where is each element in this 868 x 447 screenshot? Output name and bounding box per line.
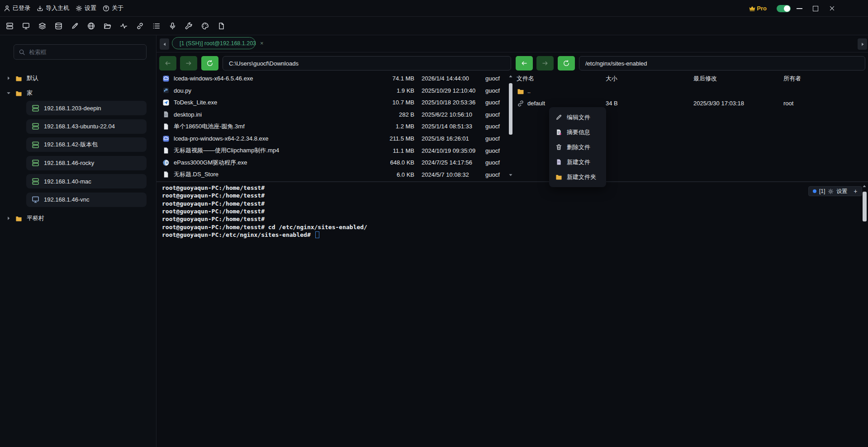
toolbar-monitor-button[interactable] [18, 19, 34, 33]
scrollbar-thumb[interactable] [509, 83, 512, 135]
toolbar-folder-open-button[interactable] [99, 19, 115, 33]
scroll-up-icon[interactable] [862, 184, 867, 188]
local-file-row[interactable]: ToDesk_Lite.exe10.7 MB2025/10/18 20:53:3… [157, 96, 508, 108]
local-file-row[interactable]: ePass3000GM驱动程序.exe648.0 KB2024/7/25 14:… [157, 156, 508, 169]
host-label: 192.168.1.46-rocky [44, 160, 94, 166]
local-file-row[interactable]: 无标题视频——使用Clipchamp制作.mp411.1 MB2024/10/1… [157, 145, 508, 157]
menu-item-label: 导入主机 [46, 4, 69, 12]
local-file-row[interactable]: lceda-pro-windows-x64-2.2.34.8.exe211.5 … [157, 132, 508, 145]
close-icon [829, 5, 835, 11]
host-item-192.168.1.40-mac[interactable]: 192.168.1.40-mac [26, 174, 147, 188]
host-search[interactable] [14, 44, 147, 60]
tab-scroll-left-button[interactable] [160, 38, 169, 50]
app-lceda-icon [162, 75, 170, 82]
local-file-row[interactable]: 单个18650电池座-圆角.3mf1.2 MB2025/1/14 08:51:3… [157, 120, 508, 132]
context-menu-item-新建文件[interactable]: 新建文件 [549, 155, 606, 169]
file-name: default [527, 100, 545, 107]
host-item-192.168.1.43-ubuntu-22.04[interactable]: 192.168.1.43-ubuntu-22.04 [26, 119, 147, 134]
toolbar-pen-button[interactable] [66, 19, 83, 33]
app-lceda-icon [162, 135, 170, 142]
scroll-up-icon[interactable] [508, 74, 513, 79]
caret-right-icon[interactable] [6, 216, 11, 221]
mic-icon [169, 22, 176, 30]
toolbar-activity-button[interactable] [115, 19, 132, 33]
terminal-scrollbar[interactable] [861, 182, 868, 447]
gear-icon[interactable] [828, 188, 834, 194]
host-item-192.168.1.46-vnc[interactable]: 192.168.1.46-vnc [26, 193, 147, 207]
host-item-192.168.1.203-deepin[interactable]: 192.168.1.203-deepin [26, 101, 147, 115]
minimize-button[interactable] [792, 3, 807, 14]
column-filename[interactable]: 文件名 [517, 75, 534, 83]
scroll-down-icon[interactable] [508, 173, 513, 177]
menu-item-user[interactable]: 已登录 [4, 4, 30, 12]
toolbar-mic-button[interactable] [164, 19, 180, 33]
host-item-192.168.1.42-版本包[interactable]: 192.168.1.42-版本包 [26, 137, 147, 152]
file-name: lceda-windows-x64-6.5.46.exe [174, 75, 253, 82]
server-icon [32, 141, 39, 149]
context-menu-item-新建文件夹[interactable]: 新建文件夹 [549, 169, 606, 184]
file-modified: 2025/1/8 16:26:01 [422, 135, 469, 142]
folder-icon [15, 215, 23, 222]
folder-label: 平桥村 [27, 214, 44, 222]
host-item-192.168.1.46-rocky[interactable]: 192.168.1.46-rocky [26, 156, 147, 170]
local-file-row[interactable]: desktop.ini282 B2025/6/22 10:56:10guocf [157, 108, 508, 121]
remote-file-row[interactable]: .. [516, 85, 868, 97]
session-overlay-widget[interactable]: [1] 设置 + [808, 186, 862, 196]
file-size: 6.0 KB [374, 171, 414, 178]
tree-folder-default[interactable]: 默认 [0, 72, 157, 84]
pro-toggle[interactable] [777, 5, 791, 12]
toolbar-hosts-button[interactable] [1, 19, 18, 33]
scrollbar-thumb[interactable] [863, 192, 867, 221]
maximize-button[interactable] [808, 3, 823, 14]
tree-folder-home[interactable]: 家 [0, 87, 157, 99]
caret-down-icon[interactable] [6, 90, 11, 96]
tab-close-icon[interactable]: × [260, 40, 264, 47]
context-menu-item-删除文件[interactable]: 删除文件 [549, 140, 606, 155]
folder-icon [15, 90, 23, 97]
local-file-row[interactable]: 无标题.DS_Store6.0 KB2024/5/7 10:08:32guocf [157, 169, 508, 181]
toolbar-globe-button[interactable] [83, 19, 99, 33]
toolbar-file-button[interactable] [213, 19, 229, 33]
column-size[interactable]: 大小 [606, 75, 617, 83]
local-forward-button[interactable] [180, 56, 197, 71]
toolbar-list-button[interactable] [148, 19, 164, 33]
context-menu-item-摘要信息[interactable]: 摘要信息 [549, 125, 606, 140]
doc-icon [162, 171, 170, 178]
trash-icon [555, 144, 562, 151]
remote-forward-button[interactable] [536, 56, 554, 71]
search-input[interactable] [29, 49, 142, 56]
local-file-row[interactable]: lceda-windows-x64-6.5.46.exe74.1 MB2026/… [157, 72, 508, 85]
remote-refresh-button[interactable] [558, 56, 575, 71]
menu-item-label: 关于 [112, 4, 123, 12]
pro-badge[interactable]: Pro [749, 5, 767, 12]
toolbar-database-button[interactable] [50, 19, 66, 33]
import-icon [37, 5, 43, 12]
settings-label[interactable]: 设置 [836, 188, 847, 195]
terminal-cursor [315, 231, 319, 238]
remote-path-input[interactable] [579, 56, 865, 71]
toolbar-link-button[interactable] [132, 19, 148, 33]
column-modified[interactable]: 最后修改 [693, 75, 717, 83]
toolbar-layers-button[interactable] [34, 19, 50, 33]
toolbar-wrench-button[interactable] [180, 19, 197, 33]
session-tab[interactable]: [1 (SSH)] root@192.168.1.203 × [172, 37, 256, 49]
tab-scroll-right-button[interactable] [858, 38, 867, 50]
context-menu-item-编辑文件[interactable]: 编辑文件 [549, 110, 606, 125]
local-refresh-button[interactable] [201, 56, 218, 71]
remote-back-button[interactable] [516, 56, 533, 71]
add-session-button[interactable]: + [854, 188, 857, 195]
menu-item-import[interactable]: 导入主机 [37, 4, 69, 12]
menu-item-gear[interactable]: 设置 [76, 4, 96, 12]
column-owner[interactable]: 所有者 [783, 75, 801, 83]
menu-item-help[interactable]: 关于 [103, 4, 123, 12]
close-button[interactable] [824, 3, 840, 14]
local-scrollbar[interactable] [508, 72, 514, 181]
terminal[interactable]: root@guoyaqun-PC:/home/tesst#root@guoyaq… [157, 182, 868, 447]
file-name: ToDesk_Lite.exe [174, 99, 217, 106]
caret-right-icon[interactable] [6, 75, 11, 81]
local-back-button[interactable] [159, 56, 176, 71]
tree-folder-pingqiaocun[interactable]: 平桥村 [0, 212, 157, 224]
local-file-row[interactable]: dou.py1.9 KB2025/10/29 12:10:40guocf [157, 85, 508, 97]
toolbar-palette-button[interactable] [197, 19, 213, 33]
local-path-input[interactable] [223, 56, 511, 71]
